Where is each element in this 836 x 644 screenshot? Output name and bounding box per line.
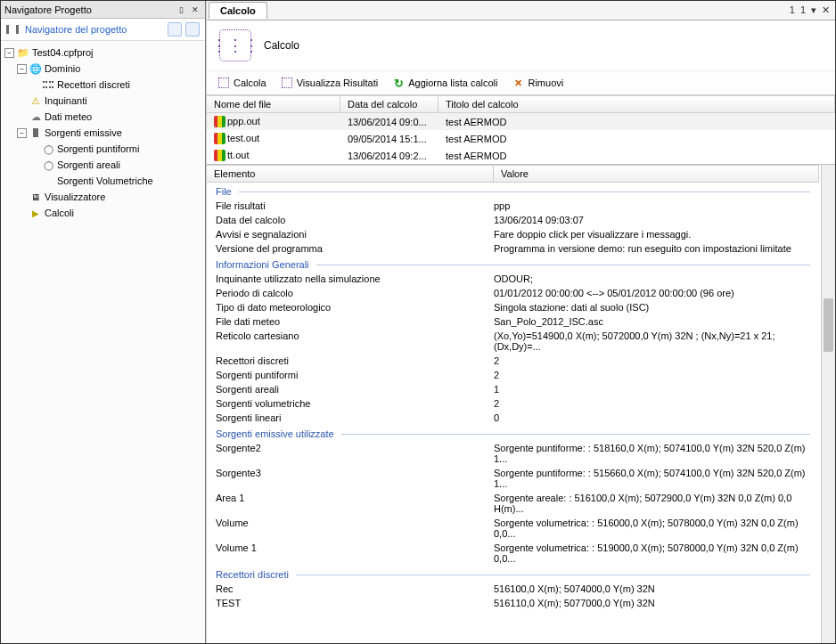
tree-calcoli[interactable]: Calcoli bbox=[1, 205, 205, 221]
property-key: Area 1 bbox=[207, 492, 494, 515]
tree-punti[interactable]: Sorgenti puntiformi bbox=[1, 141, 205, 157]
property-value: Sorgente volumetrica: : 516000,0 X(m); 5… bbox=[494, 517, 819, 540]
property-key: Inquinante utilizzato nella simulazione bbox=[207, 273, 494, 285]
file-row[interactable]: tt.out13/06/2014 09:2...test AERMOD bbox=[207, 147, 835, 164]
property-key: Tipo di dato meteorologico bbox=[207, 301, 494, 314]
property-key: Volume 1 bbox=[207, 542, 494, 565]
property-row[interactable]: Recettori discreti2 bbox=[207, 354, 819, 368]
page-title: Calcolo bbox=[264, 39, 299, 52]
property-key: File risultati bbox=[207, 200, 494, 212]
pin-icon[interactable]: ▯ bbox=[175, 4, 187, 16]
aggiorna-button[interactable]: Aggiorna lista calcoli bbox=[387, 74, 503, 92]
rimuovi-button[interactable]: Rimuovi bbox=[506, 74, 569, 92]
page-title-row: ⋮⋮⋮ Calcolo bbox=[207, 20, 835, 70]
calcola-button[interactable]: Calcola bbox=[212, 74, 272, 92]
tree-meteo[interactable]: Dati meteo bbox=[1, 109, 205, 125]
file-name: tt.out bbox=[227, 150, 249, 160]
col-elemento[interactable]: Elemento bbox=[207, 166, 494, 182]
visualizza-button[interactable]: Visualizza Risultati bbox=[275, 74, 384, 92]
property-row[interactable]: File dati meteoSan_Polo_2012_ISC.asc bbox=[207, 314, 819, 329]
property-row[interactable]: Sorgenti lineari0 bbox=[207, 411, 819, 425]
close-tab-icon[interactable]: ✕ bbox=[822, 4, 830, 16]
property-row[interactable]: Avvisi e segnalazioniFare doppio click p… bbox=[207, 227, 819, 241]
property-row[interactable]: Volume 1Sorgente volumetrica: : 519000,0… bbox=[207, 541, 819, 566]
file-icon bbox=[214, 150, 225, 161]
list-icon bbox=[6, 25, 19, 34]
property-row[interactable]: Inquinante utilizzato nella simulazioneO… bbox=[207, 272, 819, 286]
property-row[interactable]: Periodo di calcolo01/01/2012 00:00:00 <-… bbox=[207, 286, 819, 300]
navigator-toolbar: Navigatore del progetto bbox=[1, 19, 205, 41]
property-value: Programma in versione demo: run eseguito… bbox=[494, 242, 819, 255]
property-value: Sorgente volumetrica: : 519000,0 X(m); 5… bbox=[494, 542, 819, 565]
navigator-link[interactable]: Navigatore del progetto bbox=[25, 24, 168, 35]
col-data[interactable]: Data del calcolo bbox=[340, 96, 438, 112]
tree-sorgenti[interactable]: −Sorgenti emissive bbox=[1, 125, 205, 141]
tab-label: Calcolo bbox=[220, 5, 256, 16]
property-row[interactable]: Data del calcolo13/06/2014 09:03:07 bbox=[207, 213, 819, 227]
tree-inquinanti[interactable]: Inquinanti bbox=[1, 93, 205, 109]
property-row[interactable]: Sorgente3Sorgente puntiforme: : 515660,0… bbox=[207, 466, 819, 491]
btn-label: Visualizza Risultati bbox=[297, 77, 379, 88]
file-date: 13/06/2014 09:2... bbox=[340, 151, 438, 161]
property-row[interactable]: Sorgenti areali1 bbox=[207, 382, 819, 396]
tree-areali[interactable]: Sorgenti areali bbox=[1, 157, 205, 173]
tree-dominio[interactable]: −Dominio bbox=[1, 61, 205, 77]
property-key: Sorgenti lineari bbox=[207, 412, 494, 424]
tree-label: Inquinanti bbox=[45, 95, 87, 106]
next-tab-icon[interactable]: 1 bbox=[800, 4, 806, 16]
file-title: test AERMOD bbox=[438, 134, 835, 144]
tree-recettori[interactable]: Recettori discreti bbox=[1, 77, 205, 93]
close-icon[interactable]: ✕ bbox=[189, 4, 201, 16]
doc-icon-a[interactable] bbox=[168, 22, 182, 37]
property-row[interactable]: Sorgenti volumetriche2 bbox=[207, 396, 819, 411]
property-value: (Xo,Yo)=514900,0 X(m); 5072000,0 Y(m) 32… bbox=[494, 330, 819, 353]
property-value: 0 bbox=[494, 412, 819, 424]
refresh-icon bbox=[392, 77, 405, 89]
property-value: 13/06/2014 09:03:07 bbox=[494, 214, 819, 226]
section-title: Recettori discreti bbox=[207, 566, 819, 582]
collapse-icon[interactable]: − bbox=[4, 48, 14, 58]
doc-icon-b[interactable] bbox=[185, 22, 200, 37]
property-value: 516100,0 X(m); 5074000,0 Y(m) 32N bbox=[494, 583, 819, 595]
scrollbar[interactable] bbox=[821, 165, 835, 643]
property-row[interactable]: Rec516100,0 X(m); 5074000,0 Y(m) 32N bbox=[207, 582, 819, 596]
property-key: Recettori discreti bbox=[207, 355, 494, 367]
tree-label: Dominio bbox=[45, 63, 80, 74]
property-key: TEST bbox=[207, 597, 494, 609]
property-row[interactable]: Sorgenti puntiformi2 bbox=[207, 368, 819, 382]
collapse-icon[interactable]: − bbox=[17, 128, 27, 138]
property-row[interactable]: Sorgente2Sorgente puntiforme: : 518160,0… bbox=[207, 441, 819, 466]
property-value: San_Polo_2012_ISC.asc bbox=[494, 315, 819, 328]
tree-visual[interactable]: Visualizzatore bbox=[1, 189, 205, 205]
file-name: ppp.out bbox=[227, 116, 260, 126]
meteo-icon bbox=[29, 110, 42, 123]
property-key: Sorgente2 bbox=[207, 442, 494, 465]
property-key: File dati meteo bbox=[207, 315, 494, 328]
project-navigator-panel: Navigatore Progetto ▯ ✕ Navigatore del p… bbox=[1, 1, 206, 643]
property-row[interactable]: Versione del programmaProgramma in versi… bbox=[207, 241, 819, 256]
property-value: Singola stazione: dati al suolo (ISC) bbox=[494, 301, 819, 314]
property-row[interactable]: Reticolo cartesiano(Xo,Yo)=514900,0 X(m)… bbox=[207, 329, 819, 354]
file-date: 09/05/2014 15:1... bbox=[340, 134, 438, 144]
col-titolo[interactable]: Titolo del calcolo bbox=[438, 96, 835, 112]
btn-label: Calcola bbox=[234, 77, 266, 88]
property-row[interactable]: File risultatippp bbox=[207, 199, 819, 213]
section-title: Sorgenti emissive utilizzate bbox=[207, 425, 819, 441]
property-key: Versione del programma bbox=[207, 242, 494, 255]
property-row[interactable]: VolumeSorgente volumetrica: : 516000,0 X… bbox=[207, 516, 819, 541]
col-valore[interactable]: Valore bbox=[494, 166, 819, 182]
property-row[interactable]: Area 1Sorgente areale: : 516100,0 X(m); … bbox=[207, 491, 819, 516]
tree-root[interactable]: −Test04.cpfproj bbox=[1, 45, 205, 61]
property-row[interactable]: Tipo di dato meteorologicoSingola stazio… bbox=[207, 300, 819, 314]
tree-label: Recettori discreti bbox=[57, 79, 130, 90]
file-row[interactable]: test.out09/05/2014 15:1...test AERMOD bbox=[207, 130, 835, 147]
tree-volumetriche[interactable]: Sorgenti Volumetriche bbox=[1, 173, 205, 189]
file-date: 13/06/2014 09:0... bbox=[340, 117, 438, 127]
prev-tab-icon[interactable]: 1 bbox=[790, 4, 795, 16]
property-row[interactable]: TEST516110,0 X(m); 5077000,0 Y(m) 32N bbox=[207, 596, 819, 610]
col-nome[interactable]: Nome del file bbox=[207, 96, 340, 112]
file-row[interactable]: ppp.out13/06/2014 09:0...test AERMOD bbox=[207, 113, 835, 130]
tab-calcolo[interactable]: Calcolo bbox=[209, 2, 267, 19]
collapse-icon[interactable]: − bbox=[17, 64, 27, 74]
dropdown-icon[interactable]: ▾ bbox=[811, 4, 816, 16]
